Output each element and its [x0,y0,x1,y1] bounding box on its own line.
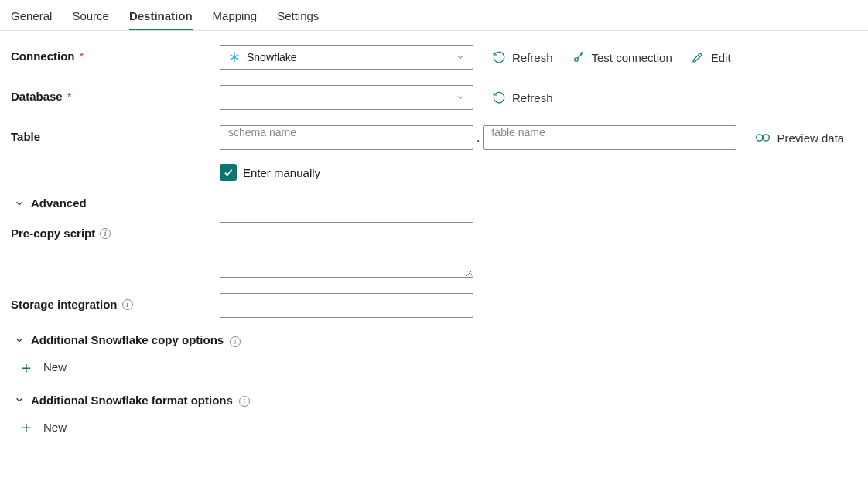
refresh-icon [492,90,506,104]
test-connection-label: Test connection [592,51,672,64]
refresh-label: Refresh [512,91,553,104]
refresh-connection-button[interactable]: Refresh [492,50,553,64]
preview-data-button[interactable]: Preview data [755,131,844,145]
schema-name-input[interactable]: schema name [220,125,473,150]
database-select[interactable] [220,85,473,110]
chevron-down-icon [14,335,25,346]
new-copy-option-button[interactable]: ＋ New [19,360,857,375]
format-options-label: Additional Snowflake format options [31,394,233,407]
plus-icon: ＋ [19,360,34,375]
copy-options-section-toggle[interactable]: Additional Snowflake copy options i [11,333,857,347]
connection-label-text: Connection [11,49,75,63]
precopy-label-text: Pre-copy script [11,227,95,240]
copy-options-label: Additional Snowflake copy options [31,333,224,346]
refresh-icon [492,50,506,64]
advanced-section-toggle[interactable]: Advanced [11,196,857,210]
new-format-option-button[interactable]: ＋ New [19,419,857,435]
chevron-down-icon [456,53,465,62]
required-asterisk: * [80,49,84,63]
precopy-label: Pre-copy script i [11,222,220,240]
tab-source[interactable]: Source [72,6,109,30]
preview-icon [755,132,771,143]
table-label-text: Table [11,130,40,143]
new-label: New [43,360,67,374]
tab-bar: General Source Destination Mapping Setti… [0,0,868,31]
storage-integration-input[interactable] [220,293,473,318]
test-connection-icon [572,50,586,64]
chevron-down-icon [14,198,25,209]
test-connection-button[interactable]: Test connection [572,50,672,64]
required-asterisk: * [67,90,72,103]
storage-label: Storage integration i [11,293,220,311]
refresh-database-button[interactable]: Refresh [492,90,553,104]
plus-icon: ＋ [19,419,34,435]
database-label-text: Database [11,90,63,103]
snowflake-icon [228,51,241,63]
tab-general[interactable]: General [11,6,52,30]
database-label: Database * [11,85,220,103]
tab-settings[interactable]: Settings [277,6,319,30]
enter-manually-label: Enter manually [243,166,320,179]
connection-selected-value: Snowflake [247,51,297,63]
precopy-script-textarea[interactable] [220,222,473,278]
chevron-down-icon [14,394,25,405]
table-label: Table [11,125,220,143]
format-options-section-toggle[interactable]: Additional Snowflake format options i [11,394,857,408]
connection-select[interactable]: Snowflake [220,45,473,70]
dot-separator: . [473,131,483,145]
refresh-label: Refresh [512,51,553,64]
enter-manually-checkbox[interactable] [220,164,237,181]
tab-mapping[interactable]: Mapping [213,6,258,30]
info-icon[interactable]: i [100,228,111,239]
info-icon[interactable]: i [239,394,250,408]
info-icon[interactable]: i [230,333,241,347]
storage-label-text: Storage integration [11,298,118,311]
new-label: New [43,421,67,434]
edit-label: Edit [711,51,731,64]
tab-destination[interactable]: Destination [129,6,193,30]
edit-connection-button[interactable]: Edit [691,50,731,64]
svg-point-2 [763,135,769,141]
chevron-down-icon [456,93,465,102]
svg-point-1 [757,135,763,141]
connection-label: Connection * [11,45,220,63]
table-name-input[interactable]: table name [483,125,736,150]
info-icon[interactable]: i [122,299,133,310]
preview-label: Preview data [777,131,844,145]
edit-icon [691,50,705,64]
advanced-label: Advanced [31,196,87,210]
